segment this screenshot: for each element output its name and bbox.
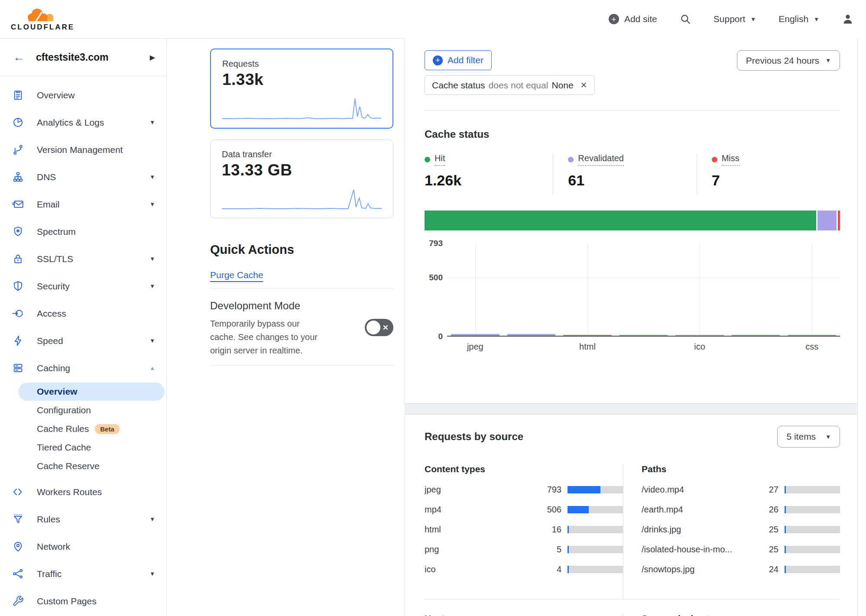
row-label: /snowtops.jpg — [642, 564, 753, 574]
requests-card-label: Requests — [222, 59, 381, 69]
bar-slot — [503, 243, 560, 336]
paths-title: Paths — [642, 464, 840, 474]
sidebar-item-email[interactable]: Email ▼ — [0, 191, 166, 218]
back-arrow-icon[interactable]: ← — [13, 51, 25, 64]
bar-jpeg — [451, 334, 499, 336]
sidebar-item-custom-pages[interactable]: Custom Pages — [0, 587, 166, 615]
sidebar-item-workers-routes[interactable]: Workers Routes — [0, 478, 166, 506]
chevron-down-icon: ▼ — [814, 16, 819, 23]
hosts-column: Hosts cftestsite3.com1.33k — [425, 613, 623, 616]
filter-chip[interactable]: Cache status does not equal None ✕ — [425, 75, 595, 95]
divider — [210, 365, 393, 366]
filter-value: None — [551, 80, 573, 91]
row-bar-fill — [568, 546, 569, 553]
sidebar-subitem-cache-rules[interactable]: Cache Rules Beta — [18, 420, 165, 438]
chevron-down-icon: ▼ — [149, 201, 155, 207]
share-icon — [12, 568, 24, 580]
paths-column: Paths /video.mp427/earth.mp426/drinks.jp… — [623, 464, 840, 599]
sidebar-subitem-cache-reserve[interactable]: Cache Reserve — [18, 457, 165, 475]
data-transfer-card[interactable]: Data transfer 13.33 GB — [210, 139, 393, 218]
row-bar-fill — [568, 486, 600, 493]
sidebar-item-spectrum[interactable]: Spectrum — [0, 218, 166, 245]
row-value: 16 — [536, 525, 561, 535]
sidebar-subitem-caching-overview[interactable]: Overview — [18, 383, 165, 401]
hit-legend-label[interactable]: Hit — [425, 153, 445, 166]
distribution-segment-revalidated — [817, 211, 837, 230]
chevron-down-icon: ▼ — [149, 256, 155, 262]
sidebar-item-version-management[interactable]: Version Management — [0, 136, 166, 163]
language-menu[interactable]: English ▼ — [778, 14, 819, 24]
toggle-knob — [367, 321, 380, 334]
sidebar-subitem-configuration[interactable]: Configuration — [18, 401, 165, 419]
time-range-selector[interactable]: Previous 24 hours ▼ — [737, 50, 840, 71]
chevron-down-icon: ▼ — [149, 337, 155, 344]
row-value: 506 — [536, 505, 561, 515]
x-tick-label — [616, 342, 672, 352]
site-name[interactable]: cftestsite3.com — [36, 52, 108, 63]
sidebar-item-traffic[interactable]: Traffic ▼ — [0, 560, 166, 587]
remove-filter-icon[interactable]: ✕ — [581, 80, 587, 90]
bar-slot — [784, 243, 840, 336]
purge-cache-link[interactable]: Purge Cache — [210, 270, 263, 280]
row-bar-fill — [568, 526, 569, 533]
content-types-table: jpeg793mp4506html16png5ico4 — [425, 480, 623, 579]
sidebar-item-ssl-tls[interactable]: SSL/TLS ▼ — [0, 245, 166, 272]
sidebar-item-caching[interactable]: Caching ▲ — [0, 354, 166, 382]
y-tick-label: 793 — [429, 239, 443, 248]
bar-slot — [559, 243, 616, 336]
development-mode-toggle[interactable]: ✕ — [365, 319, 393, 336]
table-row: /earth.mp426 — [642, 499, 840, 519]
row-label: jpeg — [425, 485, 536, 495]
miss-legend-label[interactable]: Miss — [712, 153, 740, 166]
support-menu[interactable]: Support ▼ — [714, 14, 756, 24]
caching-submenu: Overview Configuration Cache Rules Beta … — [0, 382, 166, 478]
device-types-column: Source device types Desktop1.33k — [623, 613, 840, 616]
bar-unlabeled — [507, 334, 555, 336]
summary-column: Requests 1.33k Data transfer 13.33 GB Qu… — [167, 38, 405, 616]
cloudflare-dashboard: CLOUDFLARE + Add site Support ▼ English … — [0, 0, 866, 616]
row-bar-fill — [785, 546, 786, 553]
sidebar-subitem-tiered-cache[interactable]: Tiered Cache — [18, 438, 165, 457]
chevron-down-icon: ▼ — [149, 571, 155, 577]
top-bar: CLOUDFLARE + Add site Support ▼ English … — [0, 0, 866, 38]
hit-dot-icon — [425, 157, 430, 162]
bar-segment-hit — [788, 335, 836, 336]
sidebar-item-security[interactable]: Security ▼ — [0, 272, 166, 300]
cloudflare-logo[interactable]: CLOUDFLARE — [11, 6, 75, 32]
data-transfer-card-value: 13.33 GB — [222, 161, 382, 179]
sidebar-item-access[interactable]: Access — [0, 300, 166, 327]
bar-segment-hit — [619, 335, 668, 336]
sidebar-item-rules[interactable]: Rules ▼ — [0, 506, 166, 533]
server-stack-icon — [12, 362, 24, 374]
row-value: 27 — [753, 485, 778, 495]
search-icon[interactable] — [680, 13, 691, 25]
user-icon[interactable] — [842, 13, 854, 25]
cache-status-legend: Hit 1.26k Revalidated 61 — [425, 153, 840, 195]
add-filter-button[interactable]: + Add filter — [425, 50, 492, 70]
sidebar-item-analytics-logs[interactable]: Analytics & Logs ▼ — [0, 109, 166, 136]
revalidated-legend-label[interactable]: Revalidated — [568, 153, 624, 166]
sidebar-item-network[interactable]: Network — [0, 533, 166, 560]
row-bar-fill — [785, 526, 786, 533]
requests-card[interactable]: Requests 1.33k — [210, 49, 393, 129]
row-label: ico — [425, 564, 536, 574]
row-label: /drinks.jpg — [642, 525, 753, 535]
items-count-selector[interactable]: 5 items ▼ — [777, 426, 840, 447]
sidebar-item-dns[interactable]: DNS ▼ — [0, 163, 166, 191]
beta-badge: Beta — [95, 424, 120, 434]
chevron-right-icon[interactable]: ▶ — [150, 53, 155, 62]
bar-segment-other — [563, 335, 611, 336]
row-label: mp4 — [425, 505, 536, 515]
sidebar-item-speed[interactable]: Speed ▼ — [0, 327, 166, 354]
content-types-title: Content types — [425, 464, 623, 474]
requests-by-source-section: Requests by source 5 items ▼ Content typ… — [425, 415, 840, 616]
requests-by-source-title: Requests by source — [425, 431, 523, 443]
bar-html — [563, 335, 611, 336]
shield-star-icon — [12, 226, 24, 237]
add-site-button[interactable]: + Add site — [609, 14, 657, 24]
row-bar-track — [785, 506, 840, 513]
brand-text: CLOUDFLARE — [11, 23, 75, 32]
filter-field: Cache status — [432, 80, 485, 91]
sidebar-item-overview[interactable]: Overview — [0, 81, 166, 109]
miss-dot-icon — [712, 157, 717, 162]
